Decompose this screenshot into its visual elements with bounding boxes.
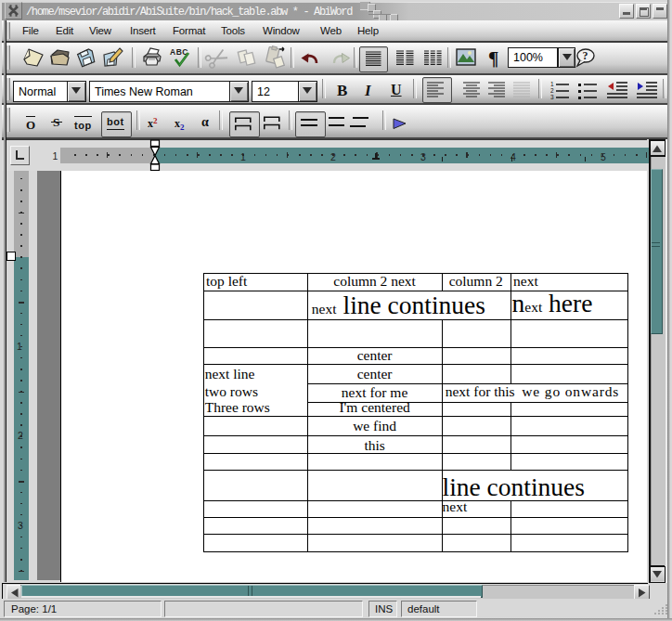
svg-text:?: ? — [583, 49, 588, 62]
svg-text:¶: ¶ — [488, 47, 498, 70]
svg-text:2: 2 — [550, 87, 554, 94]
svg-text:3: 3 — [550, 94, 554, 99]
svg-text:1: 1 — [550, 81, 554, 87]
